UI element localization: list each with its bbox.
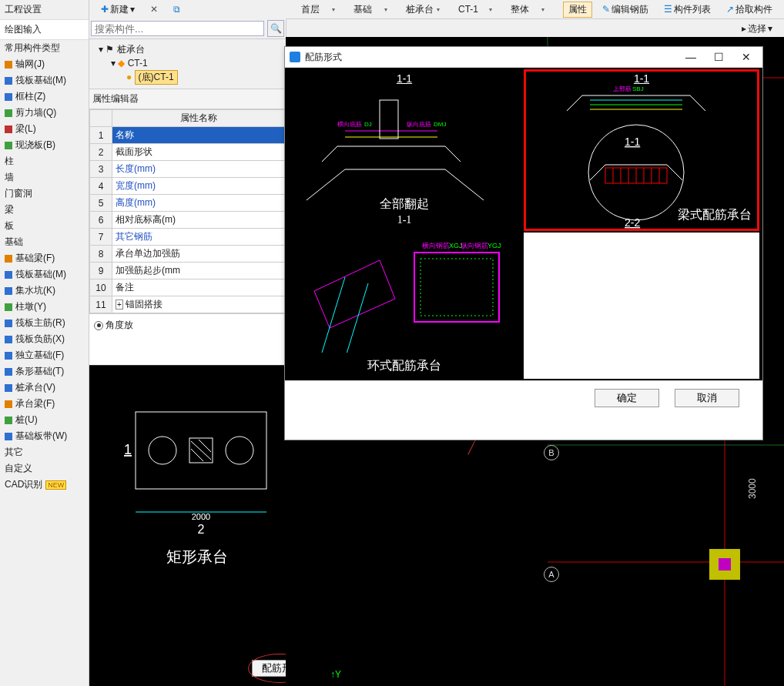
group-liang[interactable]: 梁 (0, 202, 89, 218)
item-fbjc[interactable]: 筏板基础(M) (0, 266, 89, 283)
item-zd[interactable]: 柱墩(Y) (0, 299, 89, 315)
search-icon: 🔍 (270, 23, 282, 34)
dd-component[interactable]: CT-1▾ (458, 4, 492, 15)
svg-point-1 (149, 437, 176, 464)
btn-select[interactable]: ▸ 选择 ▾ (736, 21, 778, 37)
svg-text:1: 1 (124, 442, 132, 457)
prop-row-4[interactable]: 4宽度(mm) (90, 178, 286, 195)
svg-rect-63 (420, 259, 493, 316)
group-qiang[interactable]: 墙 (0, 169, 89, 186)
item-axis[interactable]: 轴网(J) (0, 56, 89, 72)
prop-row-1[interactable]: 1名称 (90, 127, 286, 144)
item-jcbd[interactable]: 基础板带(W) (0, 428, 89, 444)
ok-button[interactable]: 确定 (595, 389, 659, 407)
axis-a: A (544, 567, 559, 582)
prop-row-7[interactable]: 7其它钢筋 (90, 229, 286, 246)
svg-text:纵向钢筋: 纵向钢筋 (461, 242, 488, 249)
svg-text:2: 2 (198, 523, 205, 536)
item-fbzj[interactable]: 筏板主筋(R) (0, 315, 89, 331)
group-cad[interactable]: CAD识别 NEW (0, 477, 89, 493)
prop-row-8[interactable]: 8承台单边加强筋 (90, 246, 286, 263)
close-button[interactable]: ✕ (735, 49, 758, 65)
col-attr-name: 属性名称 (112, 110, 286, 127)
group-mcd[interactable]: 门窗洞 (0, 186, 89, 202)
dialog-icon (290, 52, 300, 62)
item-zct[interactable]: 桩承台(V) (0, 380, 89, 396)
dd-scope[interactable]: 整体▾ (511, 3, 544, 16)
svg-text:SBJ: SBJ (632, 85, 644, 92)
new-button[interactable]: ✚新建 ▾ (95, 2, 140, 18)
head-engineering-settings[interactable]: 工程设置 (0, 0, 89, 20)
item-shear[interactable]: 剪力墙(Q) (0, 105, 89, 121)
item-slab[interactable]: 现浇板(B) (0, 137, 89, 153)
maximize-button[interactable]: ☐ (707, 49, 730, 65)
item-fbfj[interactable]: 筏板负筋(X) (0, 331, 89, 347)
delete-button[interactable]: ✕ (145, 2, 163, 16)
btn-edit-rebar[interactable]: ✎ 编辑钢筋 (597, 2, 654, 18)
prop-row-3[interactable]: 3长度(mm) (90, 161, 286, 178)
svg-text:2000: 2000 (192, 512, 210, 521)
svg-rect-34 (719, 558, 731, 571)
dd-floor[interactable]: 首层▾ (301, 3, 335, 16)
component-tree[interactable]: ▾ ⚑ 桩承台 ▾ ◆ CT-1 ● (底)CT-1 (89, 39, 286, 89)
item-beam[interactable]: 梁(L) (0, 121, 89, 137)
svg-text:矩形承台: 矩形承台 (166, 548, 228, 565)
item-txjc[interactable]: 条形基础(T) (0, 363, 89, 380)
prop-row-5[interactable]: 5高度(mm) (90, 195, 286, 212)
svg-text:1-1: 1-1 (625, 136, 640, 148)
option-all-turnup[interactable]: 1-1 横向底筋DJ 纵向底筋DMJ 全部翻起1-1 (286, 69, 522, 231)
search-button[interactable]: 🔍 (267, 20, 284, 37)
prop-row-2[interactable]: 2截面形状 (90, 144, 286, 161)
group-jichu[interactable]: 基础 (0, 234, 89, 250)
search-input[interactable] (91, 21, 264, 36)
prop-row-11[interactable]: 11+ 锚固搭接 (90, 296, 286, 313)
y-axis-label: ↑Y (330, 669, 341, 680)
prop-row-9[interactable]: 9加强筋起步(mm (90, 263, 286, 279)
item-dljc[interactable]: 独立基础(F) (0, 347, 89, 363)
svg-rect-38 (380, 100, 398, 139)
item-jcl[interactable]: 基础梁(F) (0, 250, 89, 266)
svg-line-60 (322, 277, 345, 353)
svg-text:DMJ: DMJ (434, 121, 446, 128)
group-zhu[interactable]: 柱 (0, 153, 89, 169)
dd-category[interactable]: 基础▾ (353, 3, 387, 16)
svg-text:纵向底筋: 纵向底筋 (407, 121, 431, 128)
radio-angle[interactable]: 角度放 (94, 319, 133, 332)
svg-text:DJ: DJ (364, 121, 372, 128)
item-jsk[interactable]: 集水坑(K) (0, 283, 89, 299)
prop-row-6[interactable]: 6相对底标高(m) (90, 212, 286, 229)
item-raft[interactable]: 筏板基础(M) (0, 72, 89, 89)
svg-text:横向钢筋: 横向钢筋 (422, 242, 450, 249)
svg-text:横向底筋: 横向底筋 (337, 121, 362, 128)
head-draw-input[interactable]: 绘图输入 (0, 20, 89, 40)
axis-b: B (544, 445, 559, 460)
btn-attributes[interactable]: 属性 (563, 2, 592, 18)
group-ban[interactable]: 板 (0, 218, 89, 234)
rebar-form-dialog: 配筋形式 — ☐ ✕ 1-1 横向底筋DJ 纵向底筋DMJ (284, 46, 763, 440)
item-ctl[interactable]: 承台梁(F) (0, 396, 89, 412)
btn-pick[interactable]: ↗ 拾取构件 (721, 2, 778, 18)
svg-line-3 (191, 441, 211, 460)
left-panel: 工程设置 绘图输入 常用构件类型 轴网(J) 筏板基础(M) 框柱(Z) 剪力墙… (0, 0, 89, 686)
group-zdy[interactable]: 自定义 (0, 460, 89, 477)
btn-component-list[interactable]: ☰ 构件列表 (658, 2, 716, 18)
option-empty (524, 233, 759, 379)
copy-button[interactable]: ⧉ (168, 2, 186, 16)
group-qita[interactable]: 其它 (0, 444, 89, 460)
cancel-button[interactable]: 取消 (675, 389, 739, 407)
item-zhuang[interactable]: 桩(U) (0, 412, 89, 428)
item-col[interactable]: 框柱(Z) (0, 89, 89, 105)
svg-text:2-2: 2-2 (625, 216, 640, 229)
group-common[interactable]: 常用构件类型 (0, 40, 89, 56)
middle-panel: 🔍 ▾ ⚑ 桩承台 ▾ ◆ CT-1 ● (底)CT-1 属性编辑器 属性名称 … (89, 18, 286, 686)
property-editor-header: 属性编辑器 (89, 89, 286, 109)
option-beam-rebar[interactable]: 1-1 上部筋SBJ (524, 69, 759, 231)
tree-selected[interactable]: (底)CT-1 (135, 70, 178, 85)
option-ring-rebar[interactable]: 横向钢筋XGJ 纵向钢筋YGJ 环式配筋承台 (286, 233, 522, 379)
dd-type[interactable]: 桩承台▾ (406, 3, 440, 16)
svg-rect-62 (414, 253, 499, 322)
minimize-button[interactable]: — (679, 49, 702, 65)
svg-text:3000: 3000 (747, 478, 758, 499)
prop-row-10[interactable]: 10备注 (90, 279, 286, 296)
main-area: ✚新建 ▾ ✕ ⧉ 首层▾ 基础▾ 桩承台▾ CT-1▾ 整体▾ 属性 ✎ 编辑… (89, 0, 784, 686)
